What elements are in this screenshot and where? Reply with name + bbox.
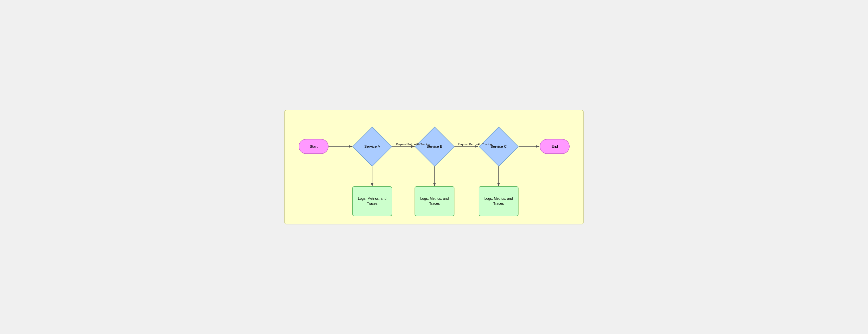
logs-b-node: Logs, Metrics, and Traces: [414, 186, 455, 216]
logs-a-node: Logs, Metrics, and Traces: [352, 186, 392, 216]
service-b-wrapper: Service B: [414, 127, 455, 166]
end-label: End: [551, 144, 558, 148]
start-node: Start: [299, 139, 329, 154]
end-node: End: [540, 139, 569, 154]
service-a-label: Service A: [352, 127, 392, 166]
logs-c-node: Logs, Metrics, and Traces: [478, 186, 519, 216]
service-c-label: Service C: [478, 127, 519, 166]
service-c-wrapper: Service C: [478, 127, 519, 166]
diagram-container: Start Service A Service B Service C End …: [284, 110, 584, 225]
service-b-label: Service B: [414, 127, 455, 166]
service-a-wrapper: Service A: [352, 127, 392, 166]
start-label: Start: [310, 144, 318, 148]
